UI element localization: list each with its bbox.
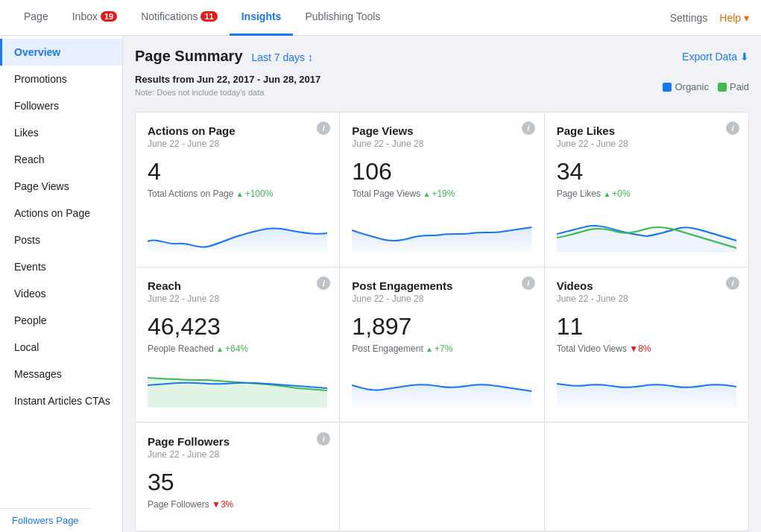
trend-page-followers: ▼3% — [212, 499, 233, 510]
card-label-page-likes: Page Likes +0% — [557, 189, 736, 199]
trend-videos: ▼8% — [629, 343, 651, 354]
sidebar-item-overview[interactable]: Overview — [0, 39, 122, 66]
trend-page-views: +19% — [423, 189, 455, 199]
info-icon-post-engagements[interactable]: i — [522, 276, 535, 290]
card-label-page-followers: Page Followers ▼3% — [148, 499, 327, 510]
card-value-page-likes: 34 — [557, 158, 736, 186]
card-actions-on-page: i Actions on Page June 22 - June 28 4 To… — [136, 113, 339, 267]
export-data-button[interactable]: Export Data ⬇ — [682, 51, 749, 63]
nav-publishing-tools[interactable]: Publishing Tools — [293, 0, 392, 36]
sparkline-reach — [148, 363, 327, 408]
sparkline-page-views — [352, 208, 531, 253]
card-title-page-likes: Page Likes — [557, 124, 736, 137]
sidebar-item-people[interactable]: People — [0, 307, 122, 334]
card-title-page-views: Page Views — [352, 124, 531, 137]
card-value-post-engagements: 1,897 — [352, 313, 531, 341]
card-reach: i Reach June 22 - June 28 46,423 People … — [136, 267, 339, 422]
legend-paid: Paid — [718, 81, 749, 92]
summary-header: Page Summary Last 7 days ↕ Export Data ⬇ — [135, 48, 749, 65]
nav-insights[interactable]: Insights — [230, 0, 294, 36]
card-value-actions: 4 — [148, 158, 327, 186]
card-value-page-followers: 35 — [148, 469, 327, 496]
results-note: Note: Does not include today's data — [135, 85, 320, 100]
paid-color-dot — [718, 83, 727, 92]
card-date-post-engagements: June 22 - June 28 — [352, 294, 531, 304]
empty-card-2 — [545, 423, 748, 531]
sparkline-page-likes — [557, 208, 736, 253]
card-date-actions: June 22 - June 28 — [148, 139, 327, 149]
cards-grid: i Actions on Page June 22 - June 28 4 To… — [135, 112, 749, 422]
results-from: Results from Jun 22, 2017 - Jun 28, 2017 — [135, 74, 320, 85]
summary-title-group: Page Summary Last 7 days ↕ — [135, 48, 313, 65]
card-label-post-engagements: Post Engagement +7% — [352, 343, 531, 354]
organic-color-dot — [663, 83, 672, 92]
top-navigation: Page Inbox 19 Notifications 11 Insights … — [0, 0, 761, 36]
card-title-videos: Videos — [557, 279, 736, 292]
card-page-likes: i Page Likes June 22 - June 28 34 Page L… — [545, 113, 748, 267]
card-date-page-likes: June 22 - June 28 — [557, 139, 736, 149]
card-date-page-followers: June 22 - June 28 — [148, 449, 327, 460]
nav-page[interactable]: Page — [12, 0, 60, 36]
info-icon-page-followers[interactable]: i — [317, 432, 330, 446]
sidebar-item-page-views[interactable]: Page Views — [0, 173, 122, 200]
info-icon-page-views[interactable]: i — [522, 121, 535, 135]
card-post-engagements: i Post Engagements June 22 - June 28 1,8… — [340, 267, 543, 422]
sidebar-item-videos[interactable]: Videos — [0, 280, 122, 307]
card-date-videos: June 22 - June 28 — [557, 294, 736, 304]
card-page-views: i Page Views June 22 - June 28 106 Total… — [340, 113, 543, 267]
card-value-page-views: 106 — [352, 158, 531, 186]
trend-reach: +64% — [216, 343, 248, 354]
sidebar-item-events[interactable]: Events — [0, 253, 122, 280]
card-title-page-followers: Page Followers — [148, 435, 327, 448]
card-title-reach: Reach — [148, 279, 327, 292]
nav-inbox[interactable]: Inbox 19 — [60, 0, 130, 36]
results-text-group: Results from Jun 22, 2017 - Jun 28, 2017… — [135, 74, 320, 100]
trend-page-likes: +0% — [603, 189, 630, 199]
legend: Organic Paid — [663, 81, 749, 92]
card-value-reach: 46,423 — [148, 313, 327, 341]
export-icon: ⬇ — [740, 51, 749, 63]
sidebar-item-reach[interactable]: Reach — [0, 146, 122, 173]
card-page-followers: i Page Followers June 22 - June 28 35 Pa… — [136, 423, 339, 531]
sidebar-item-actions-on-page[interactable]: Actions on Page — [0, 200, 122, 227]
info-icon-reach[interactable]: i — [317, 276, 330, 290]
sidebar-item-likes[interactable]: Likes — [0, 119, 122, 146]
info-icon-videos[interactable]: i — [726, 276, 739, 290]
sparkline-post-engagements — [352, 363, 531, 408]
trend-post-engagements: +7% — [426, 343, 452, 354]
info-icon-actions[interactable]: i — [317, 121, 330, 135]
top-nav-right: Settings Help ▾ — [670, 12, 749, 24]
card-title-actions: Actions on Page — [148, 124, 327, 137]
sidebar-item-followers[interactable]: Followers — [0, 92, 122, 119]
inbox-badge: 19 — [101, 11, 117, 22]
nav-notifications[interactable]: Notifications 11 — [129, 0, 230, 36]
bottom-cards-row: i Page Followers June 22 - June 28 35 Pa… — [135, 423, 749, 531]
card-date-page-views: June 22 - June 28 — [352, 139, 531, 149]
page-summary-title: Page Summary — [135, 48, 243, 64]
sparkline-videos — [557, 363, 736, 408]
sidebar-item-posts[interactable]: Posts — [0, 227, 122, 253]
sidebar-item-instant-articles[interactable]: Instant Articles CTAs — [0, 387, 122, 414]
sidebar-item-promotions[interactable]: Promotions — [0, 66, 122, 92]
help-link[interactable]: Help ▾ — [719, 12, 749, 24]
card-label-actions: Total Actions on Page +100% — [148, 189, 327, 199]
card-title-post-engagements: Post Engagements — [352, 279, 531, 292]
sparkline-actions — [148, 208, 327, 253]
notifications-badge: 11 — [200, 11, 217, 22]
date-range-selector[interactable]: Last 7 days ↕ — [251, 51, 313, 63]
card-videos: i Videos June 22 - June 28 11 Total Vide… — [545, 267, 748, 422]
card-label-page-views: Total Page Views +19% — [352, 189, 531, 199]
card-value-videos: 11 — [557, 313, 736, 341]
legend-organic: Organic — [663, 81, 709, 92]
empty-card-1 — [340, 423, 543, 531]
top-nav-left: Page Inbox 19 Notifications 11 Insights … — [12, 0, 392, 36]
card-date-reach: June 22 - June 28 — [148, 294, 327, 304]
sidebar-item-local[interactable]: Local — [0, 334, 122, 361]
main-layout: Overview Promotions Followers Likes Reac… — [0, 36, 761, 532]
followers-page-link[interactable]: Followers Page — [0, 508, 91, 532]
sidebar-item-messages[interactable]: Messages — [0, 361, 122, 387]
main-content: Page Summary Last 7 days ↕ Export Data ⬇… — [123, 36, 761, 532]
settings-link[interactable]: Settings — [670, 12, 708, 24]
info-icon-page-likes[interactable]: i — [726, 121, 739, 135]
sidebar: Overview Promotions Followers Likes Reac… — [0, 36, 123, 532]
